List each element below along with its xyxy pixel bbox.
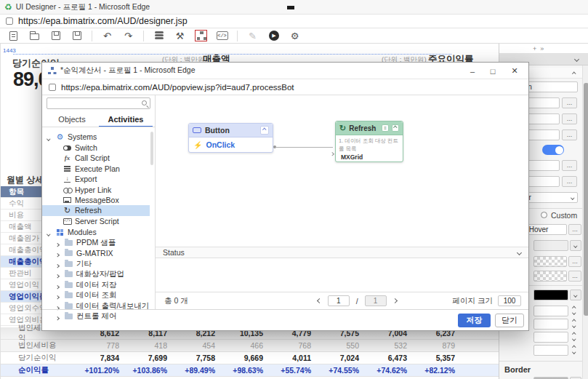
panel-scrollbar[interactable]	[582, 65, 588, 379]
process-designer-button-highlighted[interactable]	[195, 30, 207, 41]
browse-button[interactable]: ...	[562, 160, 577, 171]
color-swatch-black[interactable]	[533, 290, 568, 300]
lightning-icon: ⚡	[193, 141, 202, 149]
collapse-button[interactable]	[392, 124, 399, 132]
address-bar[interactable]: https://epa.bimatrix.com/AUD/designer.js…	[0, 15, 588, 28]
folder-icon	[64, 271, 73, 277]
close-button[interactable]: ✕	[508, 65, 521, 77]
tree-folder[interactable]: 컨트롤 제어	[42, 311, 150, 322]
prev-page-icon[interactable]	[317, 298, 322, 303]
folder-icon	[64, 282, 73, 288]
save-button[interactable]: 저장	[458, 314, 491, 327]
detail-table-lower: 법인세차감전순이익 8,6128,1178,21210,1354,7797,57…	[1, 327, 499, 377]
select-chevron[interactable]	[570, 240, 581, 251]
close-button[interactable]: 닫기	[495, 314, 524, 327]
toggle-switch-on[interactable]	[542, 145, 564, 155]
tree-folder[interactable]: 데이터 저장	[42, 280, 150, 291]
spinner-arrows[interactable]	[571, 307, 578, 314]
refresh-node[interactable]: ↻ Refresh ≡ 1. 데이터 조회 대상 컨트롤 목록 MXGrid	[335, 121, 403, 162]
undo-button[interactable]: ↶	[101, 30, 113, 41]
next-page-icon[interactable]	[392, 298, 398, 303]
plan-icon	[63, 166, 72, 172]
redo-icon: ↷	[124, 31, 132, 41]
tree-group-modules[interactable]: Modules	[42, 227, 150, 238]
tree-item-call-script[interactable]: fxCall Script	[42, 153, 150, 164]
open-button[interactable]	[28, 30, 41, 41]
tree-folder[interactable]: 데이터 조회	[42, 290, 150, 301]
tree-item-execute-plan[interactable]: Execute Plan	[42, 164, 150, 175]
refresh-node-header[interactable]: ↻ Refresh ≡	[336, 121, 403, 135]
browse-button[interactable]: ...	[568, 256, 581, 267]
divider	[499, 361, 582, 362]
spinner-arrows[interactable]	[571, 346, 578, 353]
browse-button[interactable]: ...	[562, 113, 577, 124]
style-select[interactable]	[533, 240, 568, 251]
browse-button[interactable]: ...	[568, 271, 581, 282]
browse-button[interactable]: ...	[562, 129, 577, 140]
tree-folder[interactable]: PPDM 샘플	[42, 238, 150, 249]
settings-button[interactable]: ⚙	[289, 30, 301, 41]
tree-folder[interactable]: 데이터 출력/내보내기	[42, 301, 150, 312]
new-document-button[interactable]	[7, 30, 20, 41]
page-current-input[interactable]: 1	[328, 295, 350, 306]
status-section[interactable]: Status	[156, 247, 528, 258]
table-row: 법인세비용 778418454466768550532879	[1, 340, 499, 352]
number-field[interactable]	[533, 306, 568, 316]
browse-button[interactable]: ...	[568, 224, 581, 235]
number-field[interactable]	[533, 332, 568, 343]
tree-item-refresh-selected[interactable]: ↻Refresh	[42, 205, 150, 216]
tree-scrollbar[interactable]	[150, 132, 153, 165]
collapse-button[interactable]	[260, 126, 269, 135]
address-url[interactable]: https://epa.bimatrix.com/AUD/designer.js…	[18, 16, 188, 26]
dataset-button[interactable]	[153, 30, 165, 41]
tree-item-export[interactable]: ↓Export	[42, 174, 150, 185]
scrollbar-thumb[interactable]	[584, 83, 588, 316]
browse-button[interactable]: ...	[562, 176, 577, 187]
tree-group-systems[interactable]: ⚙ Systems	[42, 132, 150, 143]
run-button[interactable]: ▶	[267, 30, 280, 41]
tab-objects[interactable]: Objects	[45, 112, 99, 127]
save-button[interactable]	[49, 30, 62, 41]
custom-radio[interactable]	[541, 212, 547, 218]
button-node-header[interactable]: Button	[189, 124, 273, 137]
popup-footer-buttons: 저장 닫기	[458, 314, 524, 327]
status-label: Status	[163, 248, 185, 257]
number-field[interactable]	[533, 319, 568, 330]
redo-button[interactable]: ↷	[122, 30, 134, 41]
popup-titlebar[interactable]: *순익계산서 - 프로필 1 - Microsoft Edge	[42, 63, 528, 79]
build-button[interactable]: ⚒	[174, 30, 186, 41]
transparent-color-field[interactable]	[533, 256, 567, 267]
code-view-button[interactable]: </>	[216, 30, 228, 41]
chevron-down-icon	[574, 244, 578, 247]
number-field[interactable]	[533, 345, 568, 356]
tree-item-switch[interactable]: Switch	[42, 143, 150, 153]
spinner-arrows[interactable]	[571, 333, 578, 340]
tree-folder[interactable]: G-MATRIX	[42, 248, 150, 259]
onclick-event[interactable]: ⚡ OnClick	[189, 137, 273, 152]
popup-address-bar[interactable]: https://epa.bimatrix.com/AUD/popview.jsp…	[42, 79, 528, 95]
maximize-button[interactable]: □	[486, 65, 499, 77]
chevron-right-icon	[54, 249, 61, 258]
transparent-color-field[interactable]	[533, 271, 567, 282]
minimize-button[interactable]: –	[466, 65, 479, 77]
pin-icon[interactable]: +	[533, 45, 536, 52]
tree-item-messagebox[interactable]: MessageBox	[42, 195, 150, 206]
browse-button[interactable]: ...	[562, 97, 577, 108]
page-size-input[interactable]: 100	[498, 295, 521, 306]
connection-edge[interactable]	[275, 147, 333, 148]
tree-folder[interactable]: 대화상자/팝업	[42, 269, 150, 280]
spinner-arrows[interactable]	[571, 320, 578, 327]
tab-activities[interactable]: Activities	[99, 112, 153, 127]
edit-button[interactable]: ✎	[246, 30, 259, 41]
tree-folder[interactable]: 기타	[42, 259, 150, 270]
expand-icon[interactable]: »	[540, 45, 544, 52]
search-input[interactable]	[47, 97, 150, 109]
button-node[interactable]: Button ⚡ OnClick	[188, 123, 273, 153]
menu-button[interactable]: ≡	[382, 124, 389, 132]
select-chevron[interactable]	[570, 290, 581, 300]
tree-item-server-script[interactable]: </>Server Script	[42, 216, 150, 227]
folder-icon	[64, 292, 73, 298]
save-as-button[interactable]	[71, 30, 83, 41]
tree-item-hyper-link[interactable]: Hyper Link	[42, 185, 150, 196]
popup-url[interactable]: https://epa.bimatrix.com/AUD/popview.jsp…	[61, 83, 294, 92]
